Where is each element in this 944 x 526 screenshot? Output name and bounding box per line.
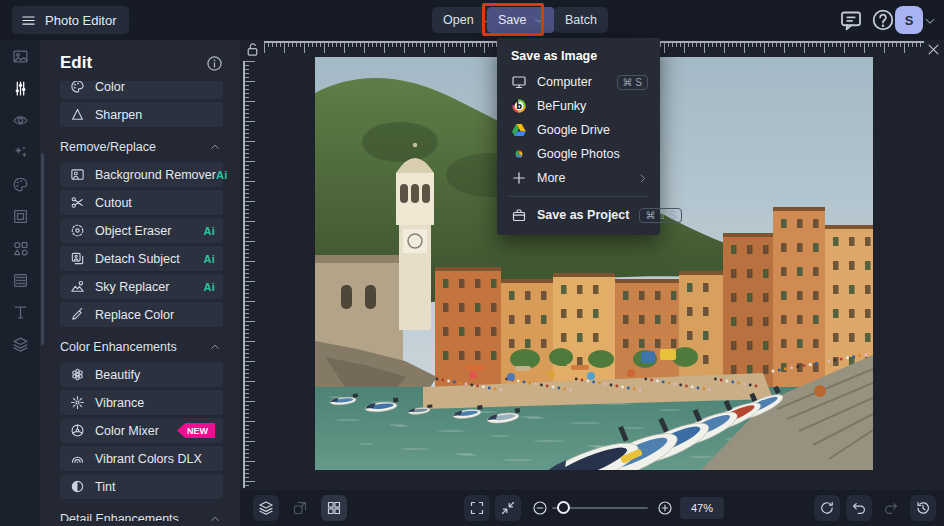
- save-button[interactable]: Save: [487, 7, 555, 33]
- menu-item-google-photos[interactable]: Google Photos: [497, 142, 660, 166]
- chevron-down-icon: [533, 15, 544, 26]
- tool-background-remover[interactable]: Background RemoverAi: [60, 162, 223, 187]
- tool-label: Tint: [95, 480, 115, 494]
- eye-icon: [12, 112, 29, 129]
- ruler-lock-icon[interactable]: [243, 41, 262, 58]
- tool-cutout[interactable]: Cutout: [60, 190, 223, 215]
- tool-scroll-area[interactable]: ColorSharpenRemove/ReplaceBackground Rem…: [40, 81, 240, 521]
- fit-to-screen-button[interactable]: [495, 495, 521, 521]
- sidebar-item-touch-up[interactable]: [0, 104, 40, 136]
- sidebar-item-artsy[interactable]: [0, 168, 40, 200]
- palette-icon: [12, 176, 29, 193]
- sliders-icon: [12, 80, 29, 97]
- ai-badge: Ai: [203, 225, 215, 237]
- tool-label: Sky Replacer: [95, 280, 169, 294]
- layers-button[interactable]: [253, 495, 279, 521]
- fullscreen-button[interactable]: [464, 495, 490, 521]
- section-label: Color Enhancements: [60, 340, 177, 354]
- tool-label: Color: [95, 81, 125, 94]
- menu-item-save-as-project[interactable]: Save as Project⌘ ⇧ S: [497, 203, 660, 227]
- tool-color[interactable]: Color: [60, 81, 223, 99]
- feedback-chat-icon[interactable]: [839, 8, 863, 32]
- shortcut-badge: ⌘ ⇧ S: [639, 208, 682, 223]
- svg-text:b: b: [516, 102, 522, 111]
- menu-item-computer[interactable]: Computer⌘ S: [497, 70, 660, 94]
- account-chevron-down-icon[interactable]: [923, 14, 937, 28]
- section-header-detail-enhancements[interactable]: Detail Enhancements: [60, 512, 221, 521]
- chevron-up-icon: [209, 513, 221, 521]
- zoom-slider-knob[interactable]: [557, 501, 570, 514]
- reset-button[interactable]: [814, 495, 840, 521]
- layers-icon: [12, 336, 29, 353]
- bottom-toolbar: 47%: [240, 490, 944, 526]
- menu-item-label: Google Drive: [537, 123, 610, 137]
- sidebar-item-image-manager[interactable]: [0, 40, 40, 72]
- panel-title: Edit: [60, 53, 92, 73]
- menu-item-label: More: [537, 171, 565, 185]
- ai-badge: Ai: [216, 169, 228, 181]
- redo-button[interactable]: [878, 495, 904, 521]
- menu-item-befunky[interactable]: bBeFunky: [497, 94, 660, 118]
- sidebar-item-textures[interactable]: [0, 264, 40, 296]
- frame-icon: [12, 208, 29, 225]
- menu-item-google-drive[interactable]: Google Drive: [497, 118, 660, 142]
- menu-divider: [509, 196, 648, 197]
- batch-button[interactable]: Batch: [554, 7, 608, 33]
- zoom-slider[interactable]: [552, 507, 648, 509]
- menu-item-label: Computer: [537, 75, 592, 89]
- tool-beautify[interactable]: Beautify: [60, 362, 223, 387]
- zoom-out-button[interactable]: [527, 495, 553, 521]
- sidebar-item-layers[interactable]: [0, 328, 40, 360]
- edit-panel: Edit ColorSharpenRemove/ReplaceBackgroun…: [40, 40, 240, 526]
- scissors-icon: [70, 195, 85, 210]
- tool-sharpen[interactable]: Sharpen: [60, 102, 223, 127]
- vertical-ruler[interactable]: [243, 61, 258, 488]
- section-header-color-enhancements[interactable]: Color Enhancements: [60, 340, 221, 354]
- topbar: Photo Editor Open Save Batch S: [0, 0, 944, 40]
- tool-color-mixer[interactable]: Color MixerNEW: [60, 418, 223, 443]
- tool-label: Object Eraser: [95, 224, 171, 238]
- zoom-in-button[interactable]: [652, 495, 678, 521]
- chevron-up-icon: [209, 341, 221, 353]
- tool-label: Vibrant Colors DLX: [95, 452, 202, 466]
- tool-label: Detach Subject: [95, 252, 180, 266]
- app-menu-button[interactable]: Photo Editor: [12, 6, 129, 34]
- panel-scrollbar[interactable]: [41, 153, 44, 345]
- zoom-percentage[interactable]: 47%: [680, 497, 724, 519]
- tool-vibrance[interactable]: Vibrance: [60, 390, 223, 415]
- tool-label: Vibrance: [95, 396, 144, 410]
- info-icon[interactable]: [206, 55, 223, 72]
- sidebar-item-frames[interactable]: [0, 200, 40, 232]
- sidebar-item-edit[interactable]: [0, 72, 40, 104]
- tool-vibrant-colors-dlx[interactable]: Vibrant Colors DLX: [60, 446, 223, 471]
- beautify-icon: [70, 367, 85, 382]
- help-icon[interactable]: [871, 8, 895, 32]
- ai-badge: Ai: [203, 253, 215, 265]
- history-button[interactable]: [910, 495, 936, 521]
- tool-label: Cutout: [95, 196, 132, 210]
- grid-view-button[interactable]: [321, 495, 347, 521]
- befunky-icon: b: [511, 98, 527, 114]
- texture-icon: [12, 272, 29, 289]
- menu-item-label: BeFunky: [537, 99, 586, 113]
- tool-label: Beautify: [95, 368, 140, 382]
- resize-button[interactable]: [287, 495, 313, 521]
- menu-item-label: Google Photos: [537, 147, 620, 161]
- tool-tint[interactable]: Tint: [60, 474, 223, 499]
- chevron-right-icon: [637, 173, 648, 184]
- shapes-icon: [12, 240, 29, 257]
- sidebar-item-graphics[interactable]: [0, 232, 40, 264]
- tool-label: Background Remover: [95, 168, 216, 182]
- section-header-remove-replace[interactable]: Remove/Replace: [60, 140, 221, 154]
- tool-replace-color[interactable]: Replace Color: [60, 302, 223, 327]
- tool-detach-subject[interactable]: Detach SubjectAi: [60, 246, 223, 271]
- tool-object-eraser[interactable]: Object EraserAi: [60, 218, 223, 243]
- close-rulers-icon[interactable]: [926, 42, 941, 57]
- avatar[interactable]: S: [895, 6, 923, 34]
- sidebar-item-effects[interactable]: [0, 136, 40, 168]
- sidebar-item-text[interactable]: [0, 296, 40, 328]
- undo-button[interactable]: [846, 495, 872, 521]
- menu-item-more[interactable]: More: [497, 166, 660, 190]
- object-eraser-icon: [70, 223, 85, 238]
- tool-sky-replacer[interactable]: Sky ReplacerAi: [60, 274, 223, 299]
